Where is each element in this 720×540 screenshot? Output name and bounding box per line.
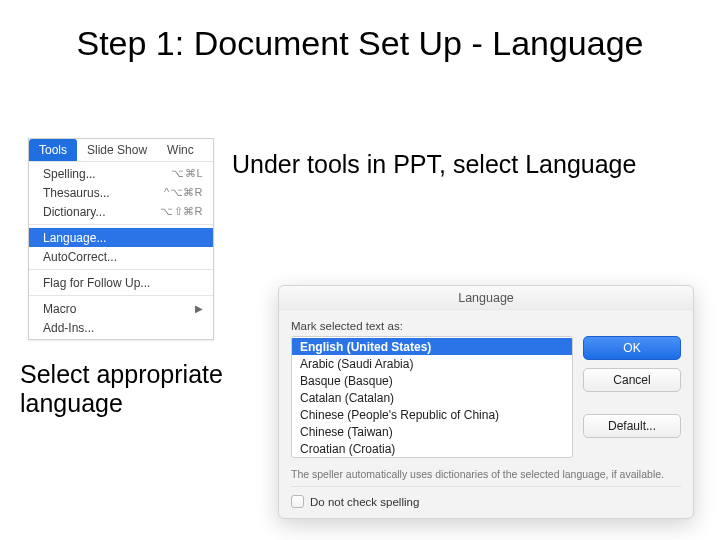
list-item[interactable]: Chinese (Taiwan) xyxy=(292,423,572,440)
menubar-tab-window[interactable]: Winc xyxy=(157,139,204,161)
menu-item-macro[interactable]: Macro ▶ xyxy=(29,299,213,318)
menu-separator xyxy=(29,295,213,296)
do-not-check-spelling-checkbox[interactable]: Do not check spelling xyxy=(291,495,681,508)
default-button[interactable]: Default... xyxy=(583,414,681,438)
menu-separator xyxy=(29,224,213,225)
menu-item-spelling[interactable]: Spelling... ⌥⌘L xyxy=(29,164,213,183)
list-item[interactable]: Croatian (Croatia) xyxy=(292,440,572,457)
menu-item-label: Spelling... xyxy=(43,167,96,181)
menu-item-label: Thesaurus... xyxy=(43,186,110,200)
dialog-hint: The speller automatically uses dictionar… xyxy=(291,468,681,480)
menu-item-shortcut: ⌥⌘L xyxy=(171,167,203,180)
instruction-1: Under tools in PPT, select Language xyxy=(232,150,636,179)
list-item[interactable]: Chinese (People's Republic of China) xyxy=(292,406,572,423)
list-item[interactable]: English (United States) xyxy=(292,338,572,355)
menu-item-shortcut: ^⌥⌘R xyxy=(164,186,203,199)
menubar-tab-slideshow[interactable]: Slide Show xyxy=(77,139,157,161)
menubar-tab-tools[interactable]: Tools xyxy=(29,139,77,161)
list-item[interactable]: Arabic (Saudi Arabia) xyxy=(292,355,572,372)
dialog-label: Mark selected text as: xyxy=(291,320,573,332)
language-dialog: Language Mark selected text as: English … xyxy=(278,285,694,519)
ok-button[interactable]: OK xyxy=(583,336,681,360)
menu-item-thesaurus[interactable]: Thesaurus... ^⌥⌘R xyxy=(29,183,213,202)
tools-menu: Tools Slide Show Winc Spelling... ⌥⌘L Th… xyxy=(28,138,214,340)
cancel-button[interactable]: Cancel xyxy=(583,368,681,392)
menu-item-dictionary[interactable]: Dictionary... ⌥⇧⌘R xyxy=(29,202,213,221)
menu-item-label: Language... xyxy=(43,231,106,245)
menu-item-autocorrect[interactable]: AutoCorrect... xyxy=(29,247,213,266)
dialog-title: Language xyxy=(279,286,693,310)
page-title: Step 1: Document Set Up - Language xyxy=(0,24,720,63)
language-listbox[interactable]: English (United States) Arabic (Saudi Ar… xyxy=(291,336,573,458)
list-item[interactable]: Catalan (Catalan) xyxy=(292,389,572,406)
checkbox-label: Do not check spelling xyxy=(310,496,419,508)
list-item[interactable]: Basque (Basque) xyxy=(292,372,572,389)
menu-separator xyxy=(29,269,213,270)
menu-item-label: Dictionary... xyxy=(43,205,105,219)
menubar: Tools Slide Show Winc xyxy=(29,139,213,162)
menu-item-flag[interactable]: Flag for Follow Up... xyxy=(29,273,213,292)
checkbox-icon xyxy=(291,495,304,508)
menu-item-language[interactable]: Language... xyxy=(29,228,213,247)
menu-item-label: Add-Ins... xyxy=(43,321,94,335)
menu-item-label: AutoCorrect... xyxy=(43,250,117,264)
submenu-arrow-icon: ▶ xyxy=(195,303,203,314)
menu-item-label: Flag for Follow Up... xyxy=(43,276,150,290)
menu-item-label: Macro xyxy=(43,302,76,316)
instruction-2: Select appropriate language xyxy=(20,360,250,418)
dialog-separator xyxy=(291,486,681,487)
menu-item-shortcut: ⌥⇧⌘R xyxy=(160,205,203,218)
menu-item-addins[interactable]: Add-Ins... xyxy=(29,318,213,337)
